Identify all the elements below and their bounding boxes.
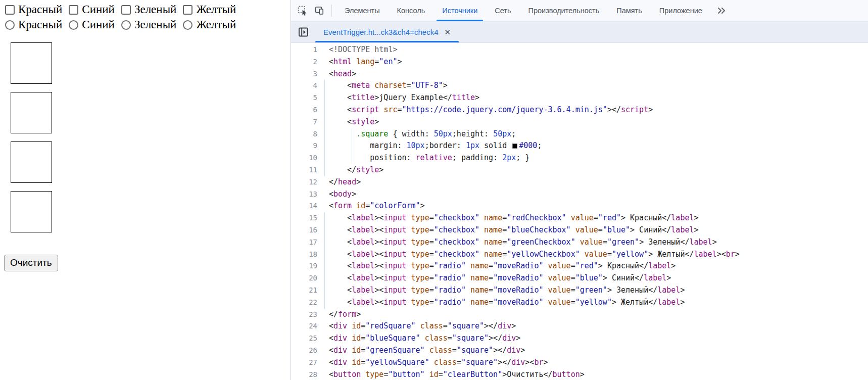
radio-0[interactable]: Красный (5, 18, 62, 31)
token-pln: = (502, 250, 507, 259)
line-number[interactable]: 22 (291, 297, 317, 309)
token-atv: "moveRadio" (493, 286, 543, 295)
line-content: <label><input type="radio" name="moveRad… (317, 297, 685, 309)
token-tag: meta (352, 81, 370, 90)
token-sel: .square (356, 129, 388, 138)
token-pln: ></ (484, 321, 498, 330)
radio-input-0[interactable] (5, 20, 15, 30)
line-number[interactable]: 5 (291, 92, 317, 104)
token-pln: = (429, 298, 434, 307)
checkbox-input-2[interactable] (121, 5, 131, 15)
line-content: <div id="greenSquare" class="square"></d… (317, 345, 525, 357)
line-number[interactable]: 8 (291, 128, 317, 140)
line-number[interactable]: 10 (291, 152, 317, 164)
radio-input-3[interactable] (183, 20, 192, 30)
code-line: 22 <label><input type="radio" name="move… (291, 297, 868, 309)
line-number[interactable]: 24 (291, 320, 317, 332)
token-pln: > (352, 189, 356, 199)
sources-filebar: EventTrigger.ht...ck3&ch4=check4 ✕ (291, 22, 868, 43)
line-number[interactable]: 4 (291, 80, 317, 92)
line-number[interactable]: 19 (291, 260, 317, 272)
device-toolbar-icon[interactable] (311, 0, 328, 21)
color-swatch[interactable] (512, 144, 517, 149)
checkbox-input-1[interactable] (69, 5, 78, 15)
token-pln: = (429, 261, 434, 270)
line-number[interactable]: 13 (291, 188, 317, 201)
radio-input-2[interactable] (121, 20, 131, 30)
line-number[interactable]: 14 (291, 200, 317, 212)
tab-elements[interactable]: Элементы (336, 0, 389, 21)
line-number[interactable]: 17 (291, 236, 317, 249)
checkbox-input-0[interactable] (5, 5, 15, 15)
more-tabs-icon[interactable] (711, 0, 733, 21)
token-pln (407, 286, 411, 295)
close-icon[interactable]: ✕ (444, 28, 451, 37)
token-atv: "green" (607, 238, 639, 247)
token-atn: type (411, 298, 429, 307)
tab-performance[interactable]: Производительность (520, 0, 608, 21)
token-pln: = (361, 321, 365, 330)
token-tag: button (553, 370, 580, 379)
line-content: </style> (317, 164, 383, 176)
line-number[interactable]: 12 (291, 176, 317, 188)
line-number[interactable]: 16 (291, 224, 317, 236)
file-tab[interactable]: EventTrigger.ht...ck3&ch4=check4 ✕ (315, 22, 459, 42)
checkbox-0[interactable]: Красный (5, 3, 62, 16)
token-tag: input (383, 250, 406, 259)
line-number[interactable]: 23 (291, 309, 317, 321)
line-number[interactable]: 21 (291, 284, 317, 297)
token-pln: > (420, 201, 425, 210)
token-pln: > (680, 298, 685, 307)
checkbox-input-3[interactable] (183, 5, 192, 15)
file-tab-label: EventTrigger.ht...ck3&ch4=check4 (323, 28, 438, 36)
tab-application[interactable]: Приложение (651, 0, 711, 21)
line-number[interactable]: 3 (291, 68, 317, 80)
token-pln: < (329, 69, 333, 78)
tab-console[interactable]: Консоль (389, 0, 434, 21)
token-tag: input (383, 213, 406, 222)
tab-network[interactable]: Сеть (486, 0, 519, 21)
indent-guide (352, 140, 352, 152)
line-number[interactable]: 7 (291, 116, 317, 128)
inspect-element-icon[interactable] (294, 0, 311, 21)
token-atn: name (484, 250, 502, 259)
token-pln: > (580, 370, 585, 379)
token-pln: < (329, 225, 352, 234)
line-number[interactable]: 27 (291, 357, 317, 369)
devtools-tabbar: ЭлементыКонсольИсточникиСетьПроизводител… (291, 0, 868, 22)
tab-memory[interactable]: Память (608, 0, 651, 21)
token-pln (347, 358, 352, 367)
line-number[interactable]: 6 (291, 104, 317, 116)
radio-2[interactable]: Зеленый (121, 18, 177, 31)
checkbox-3[interactable]: Желтый (183, 3, 236, 16)
line-number[interactable]: 25 (291, 332, 317, 345)
tab-sources[interactable]: Источники (433, 0, 486, 21)
clear-button[interactable]: Очистить (4, 255, 58, 271)
token-pln (361, 370, 365, 379)
line-number[interactable]: 11 (291, 164, 317, 176)
radio-1[interactable]: Синий (69, 18, 115, 31)
line-content: <head> (317, 68, 356, 80)
token-atv: "moveRadio" (493, 298, 543, 307)
line-number[interactable]: 2 (291, 56, 317, 68)
checkbox-2[interactable]: Зеленый (121, 3, 177, 16)
token-pln: >< (374, 225, 383, 234)
token-tag: button (333, 370, 361, 379)
token-pln (407, 225, 411, 234)
line-number[interactable]: 1 (291, 44, 317, 56)
checkbox-1[interactable]: Синий (69, 3, 115, 16)
code-line: 27<div id="yellowSquare" class="square">… (291, 357, 868, 369)
line-number[interactable]: 26 (291, 345, 317, 357)
line-number[interactable]: 18 (291, 249, 317, 261)
radio-3[interactable]: Желтый (183, 18, 236, 31)
line-number[interactable]: 20 (291, 272, 317, 284)
token-tag: div (507, 346, 520, 355)
line-number[interactable]: 15 (291, 212, 317, 224)
indent-guide (324, 164, 325, 176)
line-number[interactable]: 28 (291, 369, 317, 380)
show-navigator-icon[interactable] (291, 22, 315, 42)
radio-input-1[interactable] (69, 20, 78, 30)
line-number[interactable]: 9 (291, 140, 317, 152)
token-atn: type (411, 286, 429, 295)
token-tag: style (352, 117, 374, 126)
